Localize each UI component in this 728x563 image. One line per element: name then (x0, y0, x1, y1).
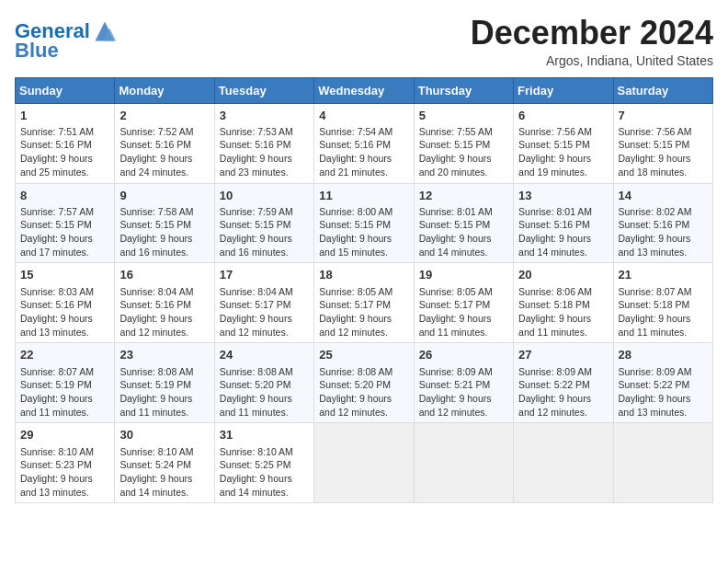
sunset: Sunset: 5:15 PM (419, 139, 491, 150)
daylight: Daylight: 9 hours and 12 minutes. (220, 313, 292, 338)
sunset: Sunset: 5:18 PM (619, 299, 690, 310)
daylight: Daylight: 9 hours and 11 minutes. (419, 313, 492, 338)
daylight: Daylight: 9 hours and 11 minutes. (20, 393, 93, 418)
day-number: 15 (20, 267, 109, 283)
table-row: 17Sunrise: 8:04 AMSunset: 5:17 PMDayligh… (214, 263, 313, 343)
logo-icon (92, 18, 118, 44)
sunset: Sunset: 5:23 PM (20, 459, 92, 470)
sunset: Sunset: 5:16 PM (319, 139, 391, 150)
day-number: 23 (119, 347, 209, 363)
daylight: Daylight: 9 hours and 14 minutes. (220, 473, 292, 498)
sunrise: Sunrise: 7:59 AM (220, 206, 293, 217)
daylight: Daylight: 9 hours and 24 minutes. (119, 153, 192, 178)
daylight: Daylight: 9 hours and 15 minutes. (319, 233, 392, 258)
day-number: 24 (220, 347, 309, 363)
sunset: Sunset: 5:15 PM (220, 219, 291, 230)
sunset: Sunset: 5:16 PM (20, 299, 92, 310)
table-row: 7Sunrise: 7:56 AMSunset: 5:15 PMDaylight… (613, 103, 712, 183)
daylight: Daylight: 9 hours and 14 minutes. (119, 473, 192, 498)
daylight: Daylight: 9 hours and 11 minutes. (220, 393, 292, 418)
table-row: 6Sunrise: 7:56 AMSunset: 5:15 PMDaylight… (514, 103, 613, 183)
daylight: Daylight: 9 hours and 13 minutes. (619, 393, 691, 418)
sunrise: Sunrise: 8:00 AM (319, 206, 392, 217)
day-number: 11 (319, 188, 408, 204)
daylight: Daylight: 9 hours and 14 minutes. (518, 233, 591, 258)
sunrise: Sunrise: 8:06 AM (518, 286, 592, 297)
sunrise: Sunrise: 8:01 AM (419, 206, 493, 217)
sunrise: Sunrise: 8:09 AM (419, 366, 493, 377)
sunrise: Sunrise: 7:52 AM (119, 126, 193, 137)
sunset: Sunset: 5:24 PM (119, 459, 191, 470)
sunrise: Sunrise: 8:09 AM (518, 366, 592, 377)
table-row (613, 423, 712, 503)
day-number: 14 (619, 188, 708, 204)
table-row: 30Sunrise: 8:10 AMSunset: 5:24 PMDayligh… (115, 423, 214, 503)
table-row: 13Sunrise: 8:01 AMSunset: 5:16 PMDayligh… (514, 183, 613, 263)
sunrise: Sunrise: 8:08 AM (319, 366, 392, 377)
sunset: Sunset: 5:16 PM (220, 139, 291, 150)
daylight: Daylight: 9 hours and 11 minutes. (119, 393, 192, 418)
table-row: 5Sunrise: 7:55 AMSunset: 5:15 PMDaylight… (414, 103, 513, 183)
table-row (414, 423, 513, 503)
sunset: Sunset: 5:19 PM (119, 379, 191, 390)
sunrise: Sunrise: 8:04 AM (220, 286, 293, 297)
day-number: 22 (20, 347, 109, 363)
table-row: 24Sunrise: 8:08 AMSunset: 5:20 PMDayligh… (214, 343, 313, 423)
header: General Blue December 2024 Argos, Indian… (15, 15, 713, 68)
sunset: Sunset: 5:15 PM (419, 219, 491, 230)
sunrise: Sunrise: 8:10 AM (20, 446, 94, 457)
location: Argos, Indiana, United States (471, 53, 713, 68)
sunset: Sunset: 5:16 PM (119, 139, 191, 150)
sunset: Sunset: 5:19 PM (20, 379, 92, 390)
table-row: 20Sunrise: 8:06 AMSunset: 5:18 PMDayligh… (514, 263, 613, 343)
day-number: 12 (419, 188, 508, 204)
table-row: 25Sunrise: 8:08 AMSunset: 5:20 PMDayligh… (314, 343, 414, 423)
day-number: 18 (319, 267, 408, 283)
day-number: 10 (220, 188, 309, 204)
daylight: Daylight: 9 hours and 13 minutes. (619, 233, 691, 258)
day-number: 6 (518, 108, 608, 124)
day-number: 17 (220, 267, 309, 283)
sunrise: Sunrise: 8:05 AM (319, 286, 392, 297)
sunrise: Sunrise: 7:51 AM (20, 126, 94, 137)
daylight: Daylight: 9 hours and 12 minutes. (319, 313, 392, 338)
daylight: Daylight: 9 hours and 18 minutes. (619, 153, 691, 178)
table-row: 21Sunrise: 8:07 AMSunset: 5:18 PMDayligh… (613, 263, 712, 343)
col-thursday: Thursday (414, 77, 513, 103)
day-number: 28 (619, 347, 708, 363)
table-row: 10Sunrise: 7:59 AMSunset: 5:15 PMDayligh… (214, 183, 313, 263)
daylight: Daylight: 9 hours and 12 minutes. (119, 313, 192, 338)
sunrise: Sunrise: 8:07 AM (20, 366, 94, 377)
col-tuesday: Tuesday (214, 77, 313, 103)
daylight: Daylight: 9 hours and 14 minutes. (419, 233, 492, 258)
day-number: 29 (20, 427, 109, 443)
daylight: Daylight: 9 hours and 17 minutes. (20, 233, 93, 258)
table-row: 12Sunrise: 8:01 AMSunset: 5:15 PMDayligh… (414, 183, 513, 263)
table-row: 26Sunrise: 8:09 AMSunset: 5:21 PMDayligh… (414, 343, 513, 423)
table-row: 11Sunrise: 8:00 AMSunset: 5:15 PMDayligh… (314, 183, 414, 263)
daylight: Daylight: 9 hours and 20 minutes. (419, 153, 492, 178)
daylight: Daylight: 9 hours and 12 minutes. (419, 393, 492, 418)
table-row: 15Sunrise: 8:03 AMSunset: 5:16 PMDayligh… (16, 263, 115, 343)
table-row: 28Sunrise: 8:09 AMSunset: 5:22 PMDayligh… (613, 343, 712, 423)
table-row: 18Sunrise: 8:05 AMSunset: 5:17 PMDayligh… (314, 263, 414, 343)
day-number: 4 (319, 108, 408, 124)
sunrise: Sunrise: 8:02 AM (619, 206, 692, 217)
sunrise: Sunrise: 7:58 AM (119, 206, 193, 217)
table-row: 16Sunrise: 8:04 AMSunset: 5:16 PMDayligh… (115, 263, 214, 343)
day-number: 19 (419, 267, 508, 283)
daylight: Daylight: 9 hours and 11 minutes. (619, 313, 691, 338)
day-number: 7 (619, 108, 708, 124)
col-wednesday: Wednesday (314, 77, 414, 103)
day-number: 1 (20, 108, 109, 124)
table-row (314, 423, 414, 503)
daylight: Daylight: 9 hours and 13 minutes. (20, 473, 93, 498)
sunrise: Sunrise: 8:08 AM (119, 366, 193, 377)
daylight: Daylight: 9 hours and 16 minutes. (119, 233, 192, 258)
col-saturday: Saturday (613, 77, 712, 103)
sunrise: Sunrise: 8:08 AM (220, 366, 293, 377)
sunset: Sunset: 5:17 PM (419, 299, 491, 310)
sunrise: Sunrise: 8:10 AM (220, 446, 293, 457)
day-number: 20 (518, 267, 608, 283)
day-number: 26 (419, 347, 508, 363)
